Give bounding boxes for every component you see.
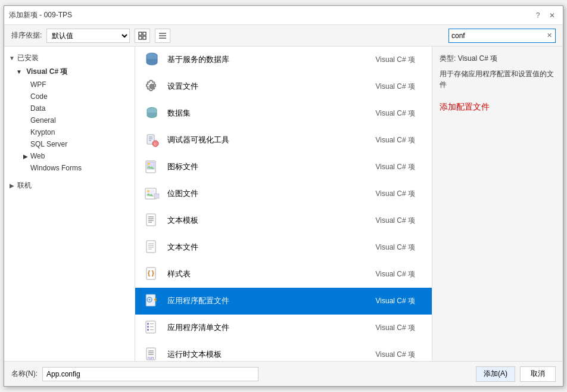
- right-panel: 类型: Visual C# 项 用于存储应用程序配置和设置值的文件 添加配置文件: [432, 46, 563, 361]
- sql-server-item[interactable]: SQL Server: [4, 138, 135, 150]
- krypton-item[interactable]: Krypton: [4, 126, 135, 138]
- name-label: 名称(N):: [11, 369, 38, 379]
- debug-icon: !: [142, 130, 161, 150]
- list-item[interactable]: run 运行时文本模板 Visual C# 项: [135, 341, 432, 361]
- grid-view-button[interactable]: [135, 29, 150, 43]
- installed-label: 已安装: [17, 53, 39, 63]
- list-item[interactable]: 位图文件 Visual C# 项: [135, 181, 432, 207]
- windows-forms-item[interactable]: Windows Forms: [4, 162, 135, 174]
- type-label: 类型: Visual C# 项: [440, 54, 556, 64]
- help-button[interactable]: ?: [532, 10, 544, 21]
- main-content: ▼ 已安装 ▼ Visual C# 项 WPF Code Data Genera…: [4, 46, 563, 361]
- left-panel: ▼ 已安装 ▼ Visual C# 项 WPF Code Data Genera…: [4, 46, 135, 361]
- list-item[interactable]: 数据集 Visual C# 项: [135, 100, 432, 127]
- svg-text:{ }: { }: [148, 270, 154, 276]
- list-item-name: 位图文件: [167, 188, 376, 199]
- list-item-category: Visual C# 项: [376, 55, 425, 65]
- visual-csharp-triangle: ▼: [16, 69, 22, 75]
- database2-icon: [142, 104, 161, 123]
- svg-text:!: !: [154, 142, 155, 147]
- windows-forms-label: Windows Forms: [30, 164, 82, 172]
- web-triangle: ▶: [23, 153, 28, 160]
- list-item[interactable]: 应用程序清单文件 Visual C# 项: [135, 315, 432, 341]
- list-view-button[interactable]: [155, 29, 170, 43]
- image-icon: [142, 157, 161, 176]
- list-item-name: 样式表: [167, 269, 376, 279]
- installed-triangle: ▼: [9, 55, 15, 61]
- svg-rect-2: [139, 36, 142, 39]
- add-button[interactable]: 添加(A): [476, 366, 515, 382]
- list-item-category: Visual C# 项: [376, 269, 425, 279]
- list-item[interactable]: 图标文件 Visual C# 项: [135, 154, 432, 181]
- list-item-name: 应用程序清单文件: [167, 322, 376, 333]
- runtime-text-icon: run: [142, 345, 161, 361]
- list-item-name: 数据集: [167, 108, 376, 119]
- list-item-selected[interactable]: 应用程序配置文件 Visual C# 项: [135, 288, 432, 315]
- list-item-category: Visual C# 项: [376, 323, 425, 333]
- manifest-icon: [142, 318, 161, 337]
- toolbar: 排序依据: 默认值 ✕: [4, 25, 563, 46]
- list-item-name: 设置文件: [167, 81, 376, 92]
- sort-select[interactable]: 默认值: [46, 29, 130, 43]
- krypton-label: Krypton: [30, 128, 55, 136]
- list-item-category: Visual C# 项: [376, 135, 425, 145]
- svg-rect-42: [147, 326, 149, 328]
- title-bar-controls: ? ✕: [532, 10, 558, 21]
- app-config-icon: [142, 291, 161, 310]
- list-item[interactable]: 基于服务的数据库 Visual C# 项: [135, 46, 432, 73]
- close-button[interactable]: ✕: [546, 10, 558, 21]
- svg-rect-3: [143, 36, 146, 39]
- list-item-name: 基于服务的数据库: [167, 54, 376, 65]
- svg-rect-23: [147, 214, 155, 226]
- search-clear-button[interactable]: ✕: [543, 30, 555, 42]
- svg-point-8: [149, 84, 154, 89]
- title-bar: 添加新项 - 009-TPS ? ✕: [4, 6, 563, 25]
- svg-rect-1: [143, 32, 146, 35]
- svg-point-21: [147, 190, 149, 192]
- list-item[interactable]: ! 调试器可视化工具 Visual C# 项: [135, 127, 432, 154]
- list-item[interactable]: { } 样式表 Visual C# 项: [135, 261, 432, 288]
- wpf-item[interactable]: WPF: [4, 79, 135, 91]
- list-item-category: Visual C# 项: [376, 242, 425, 253]
- search-input[interactable]: [449, 29, 543, 42]
- list-item[interactable]: 文本模板 Visual C# 项: [135, 207, 432, 234]
- bottom-bar: 名称(N): 添加(A) 取消: [4, 361, 563, 386]
- general-label: General: [30, 116, 56, 125]
- code-label: Code: [30, 92, 48, 101]
- data-item[interactable]: Data: [4, 102, 135, 114]
- web-item[interactable]: ▶ Web: [4, 150, 135, 162]
- data-label: Data: [30, 104, 45, 113]
- svg-rect-0: [139, 32, 142, 35]
- web-label: Web: [30, 152, 45, 160]
- dialog-title: 添加新项 - 009-TPS: [9, 10, 72, 20]
- visual-csharp-item[interactable]: ▼ Visual C# 项: [4, 65, 135, 79]
- search-box: ✕: [448, 29, 556, 43]
- bitmap-icon: [142, 184, 161, 203]
- list-item-category: Visual C# 项: [376, 189, 425, 199]
- list-item-name: 调试器可视化工具: [167, 135, 376, 145]
- gear-icon: [142, 77, 161, 96]
- svg-point-37: [149, 299, 151, 301]
- online-section[interactable]: ▶ 联机: [4, 179, 135, 192]
- svg-rect-28: [147, 241, 155, 253]
- general-item[interactable]: General: [4, 114, 135, 126]
- online-label: 联机: [17, 181, 32, 191]
- list-item[interactable]: 设置文件 Visual C# 项: [135, 73, 432, 100]
- cancel-button[interactable]: 取消: [520, 366, 556, 382]
- list-item-name: 应用程序配置文件: [167, 295, 376, 306]
- list-item-category: Visual C# 项: [376, 296, 425, 306]
- title-bar-left: 添加新项 - 009-TPS: [9, 10, 72, 20]
- code-item[interactable]: Code: [4, 91, 135, 102]
- svg-rect-43: [147, 329, 149, 331]
- list-item[interactable]: 文本文件 Visual C# 项: [135, 234, 432, 261]
- svg-rect-22: [154, 194, 159, 198]
- list-item-category: Visual C# 项: [376, 108, 425, 119]
- name-input[interactable]: [42, 367, 258, 381]
- list-item-category: Visual C# 项: [376, 350, 425, 360]
- svg-text:run: run: [148, 356, 154, 360]
- list-item-name: 文本模板: [167, 215, 376, 226]
- text-file-icon: [142, 238, 161, 257]
- online-triangle: ▶: [9, 183, 15, 189]
- text-template-icon: [142, 211, 161, 230]
- installed-section[interactable]: ▼ 已安装: [4, 51, 135, 65]
